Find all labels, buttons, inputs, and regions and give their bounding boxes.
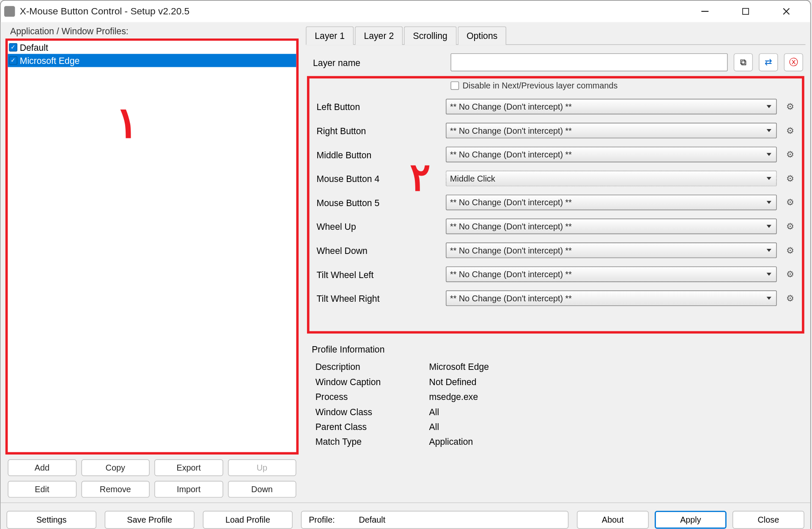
pi-match-v: Application xyxy=(429,437,473,447)
app-window: X-Mouse Button Control - Setup v2.20.5 A… xyxy=(0,0,811,529)
pi-description-k: Description xyxy=(315,362,429,372)
export-button[interactable]: Export xyxy=(154,459,223,476)
mappings-pane: Disable in Next/Previous layer commands … xyxy=(307,76,804,333)
profile-status: Profile: Default xyxy=(301,510,569,528)
app-icon xyxy=(4,6,15,17)
annotation-2: ۲ xyxy=(410,155,430,200)
bottom-bar: Settings Save Profile Load Profile Profi… xyxy=(0,502,810,529)
close-app-button[interactable]: Close xyxy=(732,510,804,528)
pi-match-k: Match Type xyxy=(315,437,429,447)
gear-icon[interactable]: ⚙ xyxy=(783,123,797,138)
wheel-up-label: Wheel Up xyxy=(314,221,440,231)
layer-name-input[interactable] xyxy=(450,53,727,71)
load-profile-button[interactable]: Load Profile xyxy=(203,510,293,528)
settings-button[interactable]: Settings xyxy=(7,510,96,528)
wheel-down-label: Wheel Down xyxy=(314,245,440,255)
profile-status-label: Profile: xyxy=(309,515,335,524)
gear-icon[interactable]: ⚙ xyxy=(783,195,797,209)
right-button-label: Right Button xyxy=(314,125,440,135)
titlebar: X-Mouse Button Control - Setup v2.20.5 xyxy=(0,0,810,22)
right-button-combo[interactable]: ** No Change (Don't intercept) ** xyxy=(446,123,776,138)
copy-layer-icon[interactable]: ⧉ xyxy=(734,53,753,71)
clear-layer-icon[interactable]: ⓧ xyxy=(784,53,803,71)
profile-label: Default xyxy=(20,42,48,52)
profile-info-heading: Profile Information xyxy=(312,344,799,355)
checkbox-icon[interactable] xyxy=(9,56,17,65)
gear-icon[interactable]: ⚙ xyxy=(783,219,797,234)
gear-icon[interactable]: ⚙ xyxy=(783,147,797,162)
tilt-right-label: Tilt Wheel Right xyxy=(314,293,440,303)
copy-button[interactable]: Copy xyxy=(81,459,150,476)
window-title: X-Mouse Button Control - Setup v2.20.5 xyxy=(20,6,692,17)
tab-layer1[interactable]: Layer 1 xyxy=(306,26,354,45)
profile-info: Profile Information DescriptionMicrosoft… xyxy=(312,344,799,449)
tab-options[interactable]: Options xyxy=(458,26,507,45)
wheel-down-combo[interactable]: ** No Change (Don't intercept) ** xyxy=(446,242,776,258)
remove-button[interactable]: Remove xyxy=(81,481,150,498)
tilt-right-combo[interactable]: ** No Change (Don't intercept) ** xyxy=(446,290,776,306)
pi-process-v: msedge.exe xyxy=(429,391,478,402)
save-profile-button[interactable]: Save Profile xyxy=(105,510,195,528)
pi-process-k: Process xyxy=(315,391,429,402)
profile-row-edge[interactable]: Microsoft Edge xyxy=(8,54,296,67)
checkbox-icon[interactable] xyxy=(9,43,17,52)
gear-icon[interactable]: ⚙ xyxy=(783,99,797,114)
pi-caption-k: Window Caption xyxy=(315,377,429,387)
maximize-button[interactable] xyxy=(732,3,759,20)
layer-name-label: Layer name xyxy=(313,57,444,67)
tab-scrolling[interactable]: Scrolling xyxy=(404,26,456,45)
disable-checkbox[interactable] xyxy=(450,81,459,90)
mb4-combo[interactable]: Middle Click xyxy=(446,171,776,186)
left-button-combo[interactable]: ** No Change (Don't intercept) ** xyxy=(446,99,776,114)
up-button[interactable]: Up xyxy=(228,459,296,476)
profiles-heading: Application / Window Profiles: xyxy=(5,26,299,36)
tilt-left-label: Tilt Wheel Left xyxy=(314,269,440,279)
annotation-1: ۱ xyxy=(115,98,139,149)
pi-parent-k: Parent Class xyxy=(315,422,429,432)
pi-class-v: All xyxy=(429,407,439,417)
minimize-button[interactable] xyxy=(692,3,718,20)
profile-row-default[interactable]: Default xyxy=(8,41,296,54)
swap-icon[interactable]: ⇄ xyxy=(759,53,778,71)
middle-button-combo[interactable]: ** No Change (Don't intercept) ** xyxy=(446,147,776,163)
gear-icon[interactable]: ⚙ xyxy=(783,171,797,186)
pi-class-k: Window Class xyxy=(315,407,429,417)
add-button[interactable]: Add xyxy=(8,459,76,476)
tab-layer2[interactable]: Layer 2 xyxy=(355,26,403,45)
wheel-up-combo[interactable]: ** No Change (Don't intercept) ** xyxy=(446,218,776,234)
about-button[interactable]: About xyxy=(577,510,649,528)
gear-icon[interactable]: ⚙ xyxy=(783,291,797,306)
pi-caption-v: Not Defined xyxy=(429,377,477,387)
profile-label: Microsoft Edge xyxy=(20,55,80,66)
edit-button[interactable]: Edit xyxy=(8,481,76,498)
pi-description-v: Microsoft Edge xyxy=(429,362,489,372)
tabs: Layer 1 Layer 2 Scrolling Options xyxy=(306,26,806,45)
tilt-left-combo[interactable]: ** No Change (Don't intercept) ** xyxy=(446,267,776,282)
gear-icon[interactable]: ⚙ xyxy=(783,243,797,257)
apply-button[interactable]: Apply xyxy=(655,510,727,528)
pi-parent-v: All xyxy=(429,422,439,432)
import-button[interactable]: Import xyxy=(154,481,223,498)
profiles-list[interactable]: Default Microsoft Edge ۱ xyxy=(5,39,299,455)
mb5-combo[interactable]: ** No Change (Don't intercept) ** xyxy=(446,195,776,210)
svg-rect-1 xyxy=(743,8,749,14)
gear-icon[interactable]: ⚙ xyxy=(783,267,797,281)
disable-label: Disable in Next/Previous layer commands xyxy=(463,81,618,91)
close-button[interactable] xyxy=(773,3,799,20)
profile-status-value: Default xyxy=(359,515,385,524)
down-button[interactable]: Down xyxy=(228,481,296,498)
left-button-label: Left Button xyxy=(314,102,440,112)
